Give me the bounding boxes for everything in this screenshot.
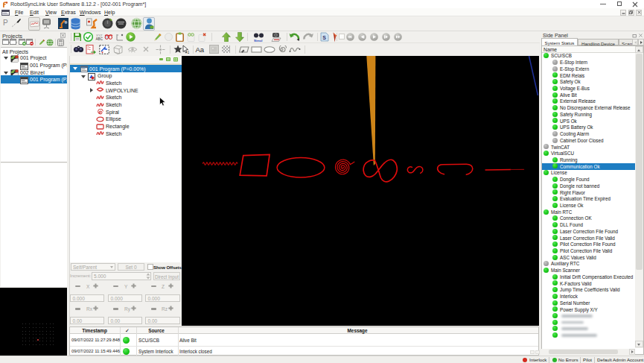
svg-text:ABC: ABC (96, 37, 103, 41)
svg-text:S: S (322, 35, 326, 40)
svg-text:Simul: Simul (254, 38, 262, 42)
svg-text:Aa: Aa (196, 45, 205, 54)
svg-text:XYZ: XYZ (96, 34, 103, 37)
svg-text:1: 1 (188, 50, 190, 54)
